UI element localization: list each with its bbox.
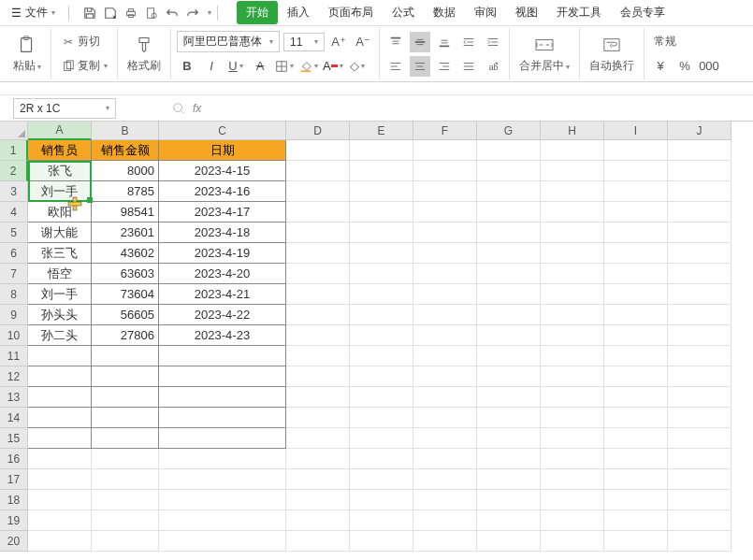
cell-H5[interactable]	[541, 223, 604, 243]
cell-C12[interactable]	[159, 366, 286, 387]
indent-decrease-icon[interactable]	[458, 32, 479, 52]
cell-B17[interactable]	[92, 469, 159, 490]
fill-color-button[interactable]: ▾	[298, 56, 319, 77]
cell-C18[interactable]	[159, 490, 286, 510]
col-header-I[interactable]: I	[604, 122, 668, 140]
col-header-C[interactable]: C	[159, 122, 286, 140]
cell-H10[interactable]	[541, 325, 604, 346]
row-header-7[interactable]: 7	[0, 264, 28, 284]
cell-A2[interactable]: 张飞	[28, 161, 92, 181]
cell-D13[interactable]	[286, 387, 350, 408]
cell-E5[interactable]	[350, 223, 413, 243]
col-header-B[interactable]: B	[92, 122, 159, 140]
align-top-icon[interactable]	[385, 32, 406, 52]
cell-D11[interactable]	[286, 346, 350, 366]
cell-B6[interactable]: 43602	[92, 243, 159, 264]
cell-E2[interactable]	[350, 161, 413, 181]
cell-E20[interactable]	[350, 531, 413, 552]
cell-A8[interactable]: 刘一手	[28, 284, 92, 305]
cell-C3[interactable]: 2023-4-16	[159, 181, 286, 202]
cell-F19[interactable]	[413, 510, 477, 531]
cell-J13[interactable]	[668, 387, 731, 408]
cell-C15[interactable]	[159, 428, 286, 449]
cell-F16[interactable]	[413, 449, 477, 469]
font-size-select[interactable]: 11▾	[283, 33, 325, 51]
cell-C14[interactable]	[159, 408, 286, 428]
row-header-20[interactable]: 20	[0, 531, 28, 552]
cell-B16[interactable]	[92, 449, 159, 469]
cell-A13[interactable]	[28, 387, 92, 408]
cell-B13[interactable]	[92, 387, 159, 408]
wrap-button[interactable]: 自动换行	[586, 31, 638, 78]
cell-J12[interactable]	[668, 366, 731, 387]
cell-E19[interactable]	[350, 510, 413, 531]
cell-E6[interactable]	[350, 243, 413, 264]
cell-C8[interactable]: 2023-4-21	[159, 284, 286, 305]
row-header-10[interactable]: 10	[0, 325, 28, 346]
strike-button[interactable]: A	[250, 56, 270, 77]
font-name-select[interactable]: 阿里巴巴普惠体▾	[177, 31, 280, 52]
cell-G4[interactable]	[477, 202, 541, 223]
paste-button[interactable]: 粘贴▾	[9, 31, 45, 78]
cell-H17[interactable]	[541, 469, 604, 490]
align-right-icon[interactable]	[434, 56, 455, 77]
col-header-G[interactable]: G	[477, 122, 541, 140]
row-header-18[interactable]: 18	[0, 490, 28, 510]
cell-G17[interactable]	[477, 469, 541, 490]
qat-more-icon[interactable]: ▾	[208, 8, 211, 17]
cell-A15[interactable]	[28, 428, 92, 449]
row-header-9[interactable]: 9	[0, 305, 28, 325]
cell-F10[interactable]	[413, 325, 477, 346]
cell-I9[interactable]	[604, 305, 668, 325]
cell-J19[interactable]	[668, 510, 731, 531]
row-header-3[interactable]: 3	[0, 181, 28, 202]
cell-J11[interactable]	[668, 346, 731, 366]
cell-A19[interactable]	[28, 510, 92, 531]
cell-A12[interactable]	[28, 366, 92, 387]
cell-A6[interactable]: 张三飞	[28, 243, 92, 264]
tab-dev[interactable]: 开发工具	[547, 1, 611, 24]
cell-I20[interactable]	[604, 531, 668, 552]
cell-B14[interactable]	[92, 408, 159, 428]
cell-E9[interactable]	[350, 305, 413, 325]
cell-G10[interactable]	[477, 325, 541, 346]
cell-H1[interactable]	[541, 140, 604, 161]
cell-G6[interactable]	[477, 243, 541, 264]
col-header-A[interactable]: A	[28, 122, 92, 140]
row-header-14[interactable]: 14	[0, 408, 28, 428]
col-header-J[interactable]: J	[668, 122, 731, 140]
cell-I6[interactable]	[604, 243, 668, 264]
cell-E7[interactable]	[350, 264, 413, 284]
cell-G7[interactable]	[477, 264, 541, 284]
cell-C2[interactable]: 2023-4-15	[159, 161, 286, 181]
row-header-16[interactable]: 16	[0, 449, 28, 469]
cell-F1[interactable]	[413, 140, 477, 161]
tab-layout[interactable]: 页面布局	[319, 1, 383, 24]
row-header-13[interactable]: 13	[0, 387, 28, 408]
cell-C1[interactable]: 日期	[159, 140, 286, 161]
cell-F9[interactable]	[413, 305, 477, 325]
cell-E17[interactable]	[350, 469, 413, 490]
cell-D14[interactable]	[286, 408, 350, 428]
cell-E12[interactable]	[350, 366, 413, 387]
cell-H20[interactable]	[541, 531, 604, 552]
cell-A3[interactable]: 刘一手	[28, 181, 92, 202]
cell-G14[interactable]	[477, 408, 541, 428]
cell-B4[interactable]: 98541	[92, 202, 159, 223]
align-left-icon[interactable]	[385, 56, 406, 77]
cell-A7[interactable]: 悟空	[28, 264, 92, 284]
cell-G1[interactable]	[477, 140, 541, 161]
cell-D18[interactable]	[286, 490, 350, 510]
cell-F4[interactable]	[413, 202, 477, 223]
cell-E14[interactable]	[350, 408, 413, 428]
align-bottom-icon[interactable]	[434, 32, 455, 52]
cell-D2[interactable]	[286, 161, 350, 181]
copy-button[interactable]: 复制▾	[57, 56, 111, 76]
cell-J17[interactable]	[668, 469, 731, 490]
cell-A14[interactable]	[28, 408, 92, 428]
cell-E15[interactable]	[350, 428, 413, 449]
cell-J1[interactable]	[668, 140, 731, 161]
cell-E10[interactable]	[350, 325, 413, 346]
cell-G13[interactable]	[477, 387, 541, 408]
cell-B8[interactable]: 73604	[92, 284, 159, 305]
